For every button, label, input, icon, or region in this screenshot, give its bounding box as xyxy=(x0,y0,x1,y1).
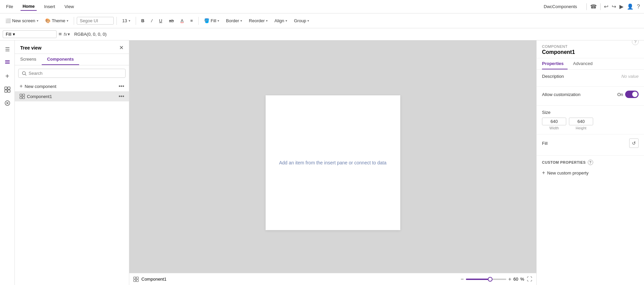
height-label: Height xyxy=(576,126,586,130)
fill-label: Fill xyxy=(542,141,548,146)
tree-search-box[interactable] xyxy=(18,69,126,78)
zoom-slider[interactable] xyxy=(466,279,506,280)
canvas-frame: Add an item from the insert pane or conn… xyxy=(266,95,400,230)
reorder-button[interactable]: Reorder ▾ xyxy=(246,17,270,25)
component-more-icon[interactable]: ••• xyxy=(118,93,124,99)
tree-title: Tree view xyxy=(20,45,41,51)
menu-insert[interactable]: Insert xyxy=(42,3,57,10)
svg-rect-6 xyxy=(8,90,10,92)
zoom-slider-fill xyxy=(466,279,490,280)
new-screen-caret: ▾ xyxy=(37,19,38,23)
tab-components[interactable]: Components xyxy=(42,54,79,65)
tree-panel: Tree view ✕ Screens Components + New com… xyxy=(15,40,129,285)
font-selector[interactable] xyxy=(77,17,114,25)
menu-file[interactable]: File xyxy=(4,3,15,10)
svg-rect-15 xyxy=(23,97,25,99)
italic-button[interactable]: / xyxy=(148,17,155,25)
svg-rect-18 xyxy=(134,280,136,282)
zoom-controls: − + 60 % xyxy=(461,276,524,282)
fill-swatch[interactable]: ↺ xyxy=(629,138,639,148)
hamburger-icon[interactable]: ☰ xyxy=(1,43,13,55)
menu-bar: File Home Insert View DwcComponents ☎ ↩ … xyxy=(0,0,644,13)
svg-point-10 xyxy=(23,71,26,74)
svg-rect-0 xyxy=(5,62,10,62)
canvas-hint: Add an item from the insert pane or conn… xyxy=(279,160,386,165)
align-menu-button[interactable]: Align ▾ xyxy=(272,17,290,25)
font-size-btn[interactable]: 13 ▾ xyxy=(120,17,133,25)
new-component-plus-icon: + xyxy=(20,83,23,89)
formula-bar: Fill ▾ = fx ▾ xyxy=(0,28,644,40)
svg-rect-4 xyxy=(8,87,10,89)
canvas-bottom-bar: Component1 − + 60 % ⛶ xyxy=(129,273,536,285)
canvas-area[interactable]: Add an item from the insert pane or conn… xyxy=(129,40,536,285)
tree-item-component1[interactable]: Component1 ••• xyxy=(15,91,129,101)
description-label: Description xyxy=(542,74,564,79)
main-layout: ☰ + Tree view xyxy=(0,40,644,285)
allow-customization-label: Allow customization xyxy=(542,92,580,97)
search-icon xyxy=(22,71,27,76)
svg-rect-19 xyxy=(136,280,138,282)
right-panel-tabs: Properties Advanced xyxy=(537,58,644,70)
toolbar-divider-1 xyxy=(74,17,74,25)
new-screen-button[interactable]: ⬜ New screen ▾ xyxy=(3,17,41,25)
new-custom-property-button[interactable]: + New custom property xyxy=(537,168,644,178)
size-inputs: Width Height xyxy=(542,118,639,130)
description-value: No value xyxy=(621,74,639,79)
theme-button[interactable]: 🎨 Theme ▾ xyxy=(42,17,71,25)
redo-icon[interactable]: ↪ xyxy=(612,3,616,10)
width-input[interactable] xyxy=(542,118,566,125)
component-section-label: COMPONENT xyxy=(542,44,575,49)
border-button[interactable]: Border ▾ xyxy=(223,17,245,25)
tab-screens[interactable]: Screens xyxy=(15,54,42,65)
plus-icon[interactable]: + xyxy=(1,70,13,82)
svg-rect-1 xyxy=(5,63,10,64)
components-icon[interactable] xyxy=(1,84,13,96)
allow-customization-toggle[interactable] xyxy=(625,91,639,98)
zoom-minus-button[interactable]: − xyxy=(461,276,464,282)
fill-section: Fill ↺ xyxy=(537,134,644,156)
zoom-plus-button[interactable]: + xyxy=(508,276,511,282)
svg-rect-5 xyxy=(5,90,7,92)
size-section: Size Width Height xyxy=(537,106,644,134)
person-icon[interactable]: 👤 xyxy=(627,3,634,10)
undo-icon[interactable]: ↩ xyxy=(604,3,608,10)
menu-home[interactable]: Home xyxy=(21,2,37,11)
formula-input[interactable] xyxy=(72,31,641,37)
phone-icon[interactable]: ☎ xyxy=(590,3,597,10)
new-component-button[interactable]: + New component ••• xyxy=(15,81,129,91)
fill-dropdown[interactable]: Fill ▾ xyxy=(3,30,57,38)
connect-to-data-link[interactable]: connect to data xyxy=(354,160,386,165)
component-title: Component1 xyxy=(542,49,575,55)
menu-view[interactable]: View xyxy=(63,3,76,10)
strikethrough-button[interactable]: ab xyxy=(166,17,176,25)
tab-advanced[interactable]: Advanced xyxy=(573,58,597,69)
tree-close-button[interactable]: ✕ xyxy=(119,44,124,51)
search-input[interactable] xyxy=(29,71,122,76)
fullscreen-button[interactable]: ⛶ xyxy=(527,276,532,282)
help-icon[interactable]: ? xyxy=(637,4,640,10)
height-input[interactable] xyxy=(569,118,593,125)
bold-button[interactable]: B xyxy=(139,17,147,25)
play-icon[interactable]: ▶ xyxy=(619,3,623,10)
tab-properties[interactable]: Properties xyxy=(542,58,568,69)
svg-rect-17 xyxy=(136,277,138,279)
theme-icon: 🎨 xyxy=(45,18,50,23)
layers-icon[interactable] xyxy=(1,57,13,69)
new-component-more-icon[interactable]: ••• xyxy=(118,83,124,89)
font-color-button[interactable]: A xyxy=(178,17,186,25)
formula-label[interactable]: fx ▾ xyxy=(64,32,70,37)
zoom-slider-thumb xyxy=(488,277,493,282)
right-panel-help-icon[interactable]: ? xyxy=(632,40,639,45)
zoom-unit: % xyxy=(520,277,524,282)
new-custom-prop-plus-icon: + xyxy=(542,170,545,176)
menu-icons: ☎ ↩ ↪ ▶ 👤 ? xyxy=(586,3,640,10)
svg-line-11 xyxy=(25,74,27,75)
align-button[interactable]: ≡ xyxy=(188,17,196,25)
icon-bar: ☰ + xyxy=(0,40,15,285)
custom-props-help-icon[interactable]: ? xyxy=(588,160,593,165)
group-button[interactable]: Group ▾ xyxy=(291,17,312,25)
variables-icon[interactable] xyxy=(1,97,13,109)
fill-button[interactable]: 🪣 Fill ▾ xyxy=(201,17,222,25)
underline-button[interactable]: U xyxy=(157,17,165,25)
theme-caret: ▾ xyxy=(67,19,68,23)
